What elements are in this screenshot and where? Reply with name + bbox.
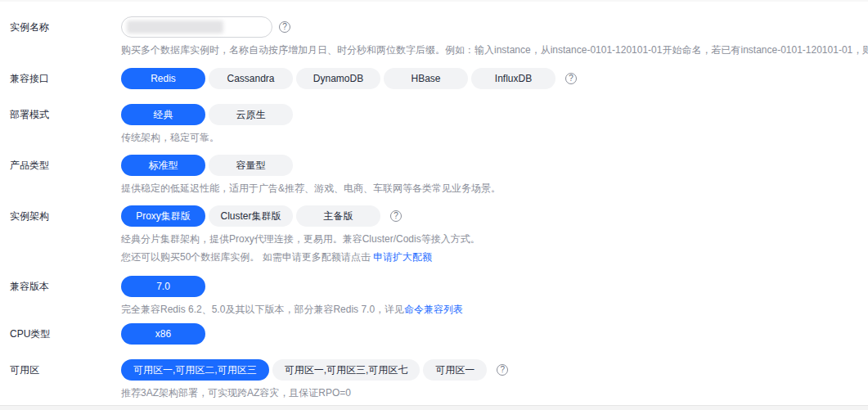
- option-influxdb[interactable]: InfluxDB: [471, 68, 555, 89]
- form-row-cpu-type: CPU类型 x86: [0, 323, 868, 345]
- option-capacity[interactable]: 容量型: [209, 155, 293, 176]
- instance-name-label: 实例名称: [0, 16, 121, 38]
- instance-config-form: 实例名称 ? 购买多个数据库实例时，名称自动按序增加月日、时分秒和两位数字后缀。…: [0, 2, 868, 405]
- cpu-type-label: CPU类型: [0, 323, 121, 345]
- option-version-7-0[interactable]: 7.0: [121, 276, 205, 297]
- option-primary-standby[interactable]: 主备版: [296, 205, 380, 227]
- compatible-interface-label: 兼容接口: [0, 68, 121, 89]
- compatible-version-description-text: 完全兼容Redis 6.2、5.0及其以下版本，部分兼容Redis 7.0，详见: [121, 304, 404, 315]
- instance-architecture-label: 实例架构: [0, 205, 121, 227]
- bottom-divider: [0, 405, 868, 410]
- instance-name-description: 购买多个数据库实例时，名称自动按序增加月日、时分秒和两位数字后缀。例如：输入in…: [121, 43, 868, 57]
- option-classic[interactable]: 经典: [121, 104, 205, 125]
- option-az-1-3-7[interactable]: 可用区一,可用区三,可用区七: [272, 359, 421, 381]
- compatible-version-label: 兼容版本: [0, 276, 121, 297]
- option-dynamodb[interactable]: DynamoDB: [296, 68, 380, 89]
- option-az-1-2-3[interactable]: 可用区一,可用区二,可用区三: [121, 359, 269, 381]
- form-row-compatible-version: 兼容版本 7.0 完全兼容Redis 6.2、5.0及其以下版本，部分兼容Red…: [0, 276, 868, 317]
- option-proxy-cluster[interactable]: Proxy集群版: [121, 205, 205, 227]
- option-standard[interactable]: 标准型: [121, 155, 205, 176]
- form-row-instance-architecture: 实例架构 Proxy集群版 Cluster集群版 主备版 ? 经典分片集群架构，…: [0, 205, 868, 264]
- instance-name-input[interactable]: [121, 16, 272, 38]
- form-row-availability-zone: 可用区 可用区一,可用区二,可用区三 可用区一,可用区三,可用区七 可用区一 ?…: [0, 359, 868, 400]
- help-icon[interactable]: ?: [565, 73, 577, 84]
- quota-description: 您还可以购买50个数据库实例。 如需申请更多配额请点击 申请扩大配额: [121, 250, 868, 264]
- option-cassandra[interactable]: Cassandra: [209, 68, 293, 89]
- form-row-compatible-interface: 兼容接口 Redis Cassandra DynamoDB HBase Infl…: [0, 68, 868, 89]
- form-row-deployment-mode: 部署模式 经典 云原生 传统架构，稳定可靠。: [0, 104, 868, 145]
- quota-description-text: 您还可以购买50个数据库实例。 如需申请更多配额请点击: [121, 251, 373, 263]
- option-redis[interactable]: Redis: [121, 68, 205, 89]
- deployment-mode-description: 传统架构，稳定可靠。: [121, 130, 868, 145]
- option-az-1[interactable]: 可用区一: [423, 359, 487, 381]
- availability-zone-description: 推荐3AZ架构部署，可实现跨AZ容灾，且保证RPO=0: [121, 385, 868, 400]
- instance-name-input-wrap: [121, 16, 272, 38]
- option-x86[interactable]: x86: [121, 323, 205, 345]
- compatible-version-description: 完全兼容Redis 6.2、5.0及其以下版本，部分兼容Redis 7.0，详见…: [121, 302, 868, 317]
- option-cloud-native[interactable]: 云原生: [209, 104, 293, 125]
- option-hbase[interactable]: HBase: [384, 68, 468, 89]
- option-cluster[interactable]: Cluster集群版: [209, 205, 293, 227]
- instance-architecture-description: 经典分片集群架构，提供Proxy代理连接，更易用。兼容Cluster/Codis…: [121, 232, 868, 246]
- form-row-instance-name: 实例名称 ? 购买多个数据库实例时，名称自动按序增加月日、时分秒和两位数字后缀。…: [0, 16, 868, 57]
- product-type-label: 产品类型: [0, 155, 121, 176]
- product-type-description: 提供稳定的低延迟性能，适用于广告&推荐、游戏、电商、车联网等各类常见业务场景。: [121, 181, 868, 196]
- command-compatibility-link[interactable]: 命令兼容列表: [404, 304, 463, 315]
- deployment-mode-label: 部署模式: [0, 104, 121, 125]
- availability-zone-label: 可用区: [0, 359, 121, 381]
- help-icon[interactable]: ?: [390, 210, 402, 222]
- expand-quota-link[interactable]: 申请扩大配额: [373, 251, 432, 263]
- help-icon[interactable]: ?: [497, 364, 508, 376]
- form-row-product-type: 产品类型 标准型 容量型 提供稳定的低延迟性能，适用于广告&推荐、游戏、电商、车…: [0, 155, 868, 196]
- help-icon[interactable]: ?: [279, 21, 290, 33]
